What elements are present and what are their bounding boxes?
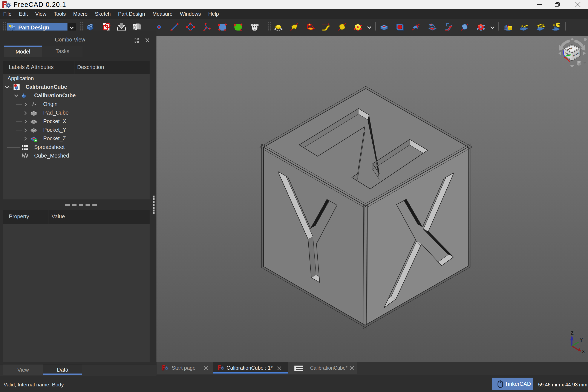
svg-text:Y: Y bbox=[580, 337, 583, 343]
svg-text:X: X bbox=[582, 349, 585, 354]
svg-text:Z: Z bbox=[570, 330, 574, 336]
